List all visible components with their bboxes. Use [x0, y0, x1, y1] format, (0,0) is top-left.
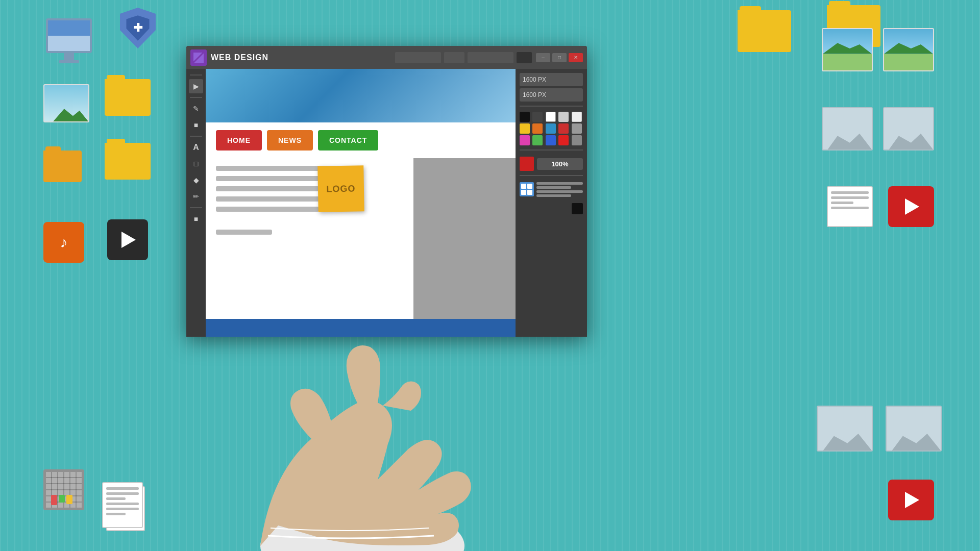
- video-icon-left[interactable]: [107, 219, 148, 260]
- doc-line-4: [106, 503, 139, 505]
- tool-pencil[interactable]: ✎: [189, 102, 203, 116]
- toolbar-input-1[interactable]: [395, 52, 441, 63]
- play-icon: [121, 232, 136, 248]
- swatch-light-gray[interactable]: [558, 112, 569, 122]
- swatch-blue[interactable]: [546, 123, 556, 134]
- tool-diamond[interactable]: ◆: [189, 173, 203, 187]
- folder-body-3[interactable]: [105, 143, 151, 180]
- tool-select[interactable]: ▶: [189, 79, 203, 93]
- photo-gray-mountain-1: [823, 127, 872, 149]
- mockup-nav: HOME NEWS CONTACT: [206, 122, 516, 158]
- photo-gray-frame-1: [822, 107, 873, 151]
- app-title: WEB DESIGN: [211, 53, 391, 62]
- photo-gray-4: [886, 406, 942, 452]
- swatch-dark-gray[interactable]: [532, 112, 543, 122]
- photo-gray-mountain-4: [887, 427, 941, 450]
- swatch-orange[interactable]: [532, 123, 543, 134]
- nav-home-button[interactable]: HOME: [216, 130, 262, 151]
- content-line-5: [216, 207, 319, 212]
- tool-shape[interactable]: ■: [189, 118, 203, 132]
- doc-icon-bottom: [102, 482, 143, 531]
- swatch-mid-gray[interactable]: [572, 135, 582, 145]
- doc-line-6: [106, 513, 126, 515]
- tool-rect[interactable]: □: [189, 157, 203, 171]
- folder-body-tr-l[interactable]: [738, 10, 791, 52]
- zoom-value[interactable]: 100%: [537, 158, 583, 170]
- width-input[interactable]: 1600 PX: [520, 73, 583, 86]
- height-label: 1600 PX: [523, 91, 546, 98]
- logo-sticky-note[interactable]: LOGO: [317, 165, 364, 212]
- doc-front: [102, 482, 143, 528]
- hand-middle-finger: [383, 382, 421, 411]
- swatch-black[interactable]: [520, 112, 530, 122]
- folder-icon-2[interactable]: [43, 151, 82, 182]
- text-line-m-4: [536, 194, 571, 197]
- swatch-red[interactable]: [558, 123, 569, 134]
- folder-icon-1[interactable]: [105, 79, 151, 116]
- toolbar-input-2[interactable]: [444, 52, 464, 63]
- video-icon-box-right[interactable]: [888, 186, 934, 227]
- folder-body-2[interactable]: [43, 151, 82, 182]
- nav-news-button[interactable]: NEWS: [267, 130, 313, 151]
- black-square-tool[interactable]: [572, 203, 583, 214]
- color-swatches: [520, 112, 583, 145]
- app-icon: [190, 49, 207, 66]
- video-icon-bottom-right[interactable]: [888, 480, 934, 520]
- trash-item-green: [59, 495, 65, 503]
- doc-r-line-3: [831, 202, 853, 204]
- swatch-yellow[interactable]: [520, 123, 530, 134]
- tool-fill[interactable]: ■: [189, 212, 203, 226]
- monitor-base: [59, 60, 79, 63]
- height-input[interactable]: 1600 PX: [520, 88, 583, 102]
- doc-line-2: [106, 492, 139, 495]
- canvas-area[interactable]: HOME NEWS CONTACT: [206, 69, 516, 337]
- folder-icon-3[interactable]: [105, 143, 151, 180]
- folder-icon-top-right-large[interactable]: [738, 10, 791, 52]
- hand-palm: [260, 401, 471, 546]
- swatch-gray[interactable]: [572, 123, 582, 134]
- hand-index-finger: [347, 345, 380, 403]
- tool-brush[interactable]: ✏: [189, 189, 203, 204]
- swatch-white[interactable]: [546, 112, 556, 122]
- grid-cell-3: [521, 190, 526, 195]
- close-button[interactable]: ✕: [569, 53, 583, 62]
- tool-text[interactable]: A: [189, 140, 203, 155]
- trash-item-yellow: [66, 495, 72, 504]
- video-icon-box-br[interactable]: [888, 480, 934, 520]
- video-icon-right[interactable]: [888, 186, 934, 227]
- grid-cell-4: [527, 190, 532, 195]
- photo-mountain-rt: [823, 40, 872, 54]
- color-preview-red[interactable]: [520, 157, 534, 171]
- video-icon-box-left[interactable]: [107, 219, 148, 260]
- nav-contact-button[interactable]: CONTACT: [318, 130, 378, 151]
- toolbar-input-3[interactable]: [468, 52, 513, 63]
- doc-line-5: [106, 508, 139, 510]
- app-body: ▶ ✎ ■ A □ ◆ ✏ ■ HOME NEWS CONTACT: [186, 69, 587, 337]
- photo-sky-rt2: [884, 29, 933, 54]
- content-spacer: [216, 217, 403, 224]
- minimize-button[interactable]: –: [536, 53, 550, 62]
- hand-thumb: [290, 389, 334, 441]
- swatch-off-white[interactable]: [572, 112, 582, 122]
- app-icon-slash: [193, 53, 204, 63]
- swatch-dark-blue[interactable]: [546, 135, 556, 145]
- content-line-3: [216, 186, 319, 191]
- app-window: WEB DESIGN – □ ✕ ▶ ✎ ■ A □ ◆ ✏ ■: [186, 46, 587, 337]
- swatch-pink[interactable]: [520, 135, 530, 145]
- music-icon-box[interactable]: ♪: [43, 222, 84, 263]
- play-icon-right: [905, 198, 919, 215]
- folder-body-1[interactable]: [105, 79, 151, 116]
- swatch-bright-red[interactable]: [558, 135, 569, 145]
- trash-items: [51, 495, 72, 505]
- doc-line-3: [106, 497, 126, 500]
- music-icon[interactable]: ♪: [43, 222, 84, 263]
- maximize-button[interactable]: □: [552, 53, 567, 62]
- photo-sky-rt: [823, 29, 872, 54]
- photo-gray-mountain-2: [884, 127, 933, 149]
- website-mockup: HOME NEWS CONTACT: [206, 69, 516, 337]
- photo-gray-3: [817, 406, 873, 452]
- mockup-footer: [206, 319, 516, 337]
- text-line-m-3: [536, 190, 583, 193]
- photo-mountain-rt2: [884, 40, 933, 54]
- swatch-green[interactable]: [532, 135, 543, 145]
